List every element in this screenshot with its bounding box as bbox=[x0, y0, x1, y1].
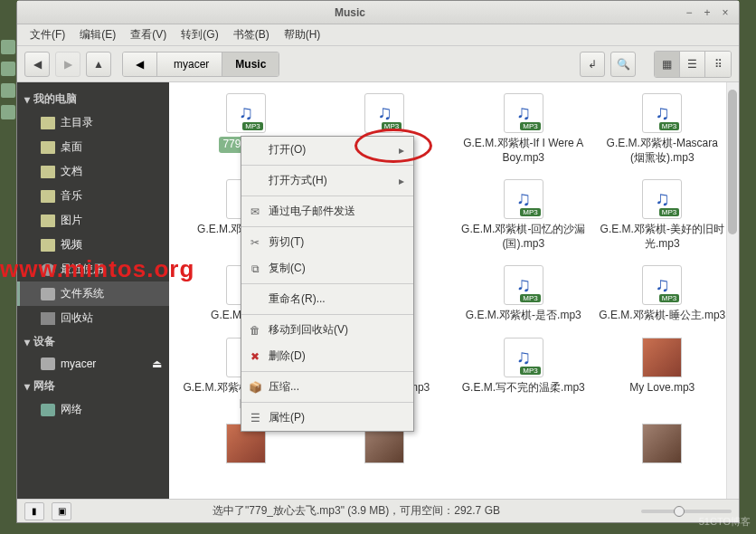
menu-item-icon: ☰ bbox=[249, 412, 261, 424]
menu-item-label: 属性(P) bbox=[269, 410, 305, 425]
sidebar-item-label: 回收站 bbox=[61, 310, 93, 326]
menu-view[interactable]: 查看(V) bbox=[125, 25, 172, 44]
search-button[interactable]: 🔍 bbox=[610, 52, 636, 77]
menu-edit[interactable]: 编辑(E) bbox=[74, 25, 121, 44]
sidebar-item[interactable]: 文件系统 bbox=[17, 281, 169, 306]
context-menu-item[interactable]: ✉通过电子邮件发送 bbox=[241, 198, 413, 224]
icon-view-button[interactable]: ▦ bbox=[655, 52, 680, 77]
sidebar-item-label: 音乐 bbox=[61, 188, 82, 204]
sidebar-item[interactable]: 音乐 bbox=[17, 184, 169, 208]
menu-file[interactable]: 文件(F) bbox=[24, 25, 71, 44]
sidebar-section-header[interactable]: ▾ 设备 bbox=[17, 330, 169, 353]
view-mode-group: ▦ ☰ ⠿ bbox=[654, 51, 732, 78]
maximize-button[interactable]: + bbox=[701, 6, 713, 19]
context-menu-item[interactable]: ✂剪切(T) bbox=[241, 229, 413, 255]
sidebar-item[interactable]: 网络 bbox=[17, 397, 169, 422]
menu-item-label: 通过电子邮件发送 bbox=[269, 204, 355, 219]
toolbar: ◀ ▶ ▲ ◀ myacer Music ↲ 🔍 ▦ ☰ ⠿ bbox=[17, 46, 739, 82]
close-button[interactable]: × bbox=[719, 6, 732, 19]
context-menu-item[interactable]: ☰属性(P) bbox=[241, 405, 413, 431]
context-menu-item[interactable]: 🗑移动到回收站(V) bbox=[241, 317, 413, 343]
sidebar-item[interactable]: 文档 bbox=[17, 159, 169, 184]
file-item[interactable]: ♫MP3G.E.M.邓紫棋-If I Were A Boy.mp3 bbox=[454, 90, 593, 168]
sidebar-item[interactable]: 视频 bbox=[17, 233, 169, 257]
file-item[interactable]: ♫MP3G.E.M.写不完的温柔.mp3 bbox=[454, 334, 593, 413]
menu-bookmarks[interactable]: 书签(B) bbox=[228, 25, 275, 44]
scrollbar[interactable] bbox=[726, 82, 739, 499]
sidebar-toggle-button[interactable]: ▮ bbox=[24, 502, 44, 520]
breadcrumb-myacer[interactable]: myacer bbox=[157, 52, 222, 76]
toggle-pathbar-button[interactable]: ↲ bbox=[580, 52, 605, 77]
file-item[interactable]: ♫MP3G.E.M.邓紫棋-是否.mp3 bbox=[454, 262, 593, 327]
sidebar-item[interactable]: 桌面 bbox=[17, 135, 169, 159]
context-menu: 打开(O)▸打开方式(H)▸✉通过电子邮件发送✂剪切(T)⧉复制(C)重命名(R… bbox=[241, 136, 414, 432]
file-item[interactable]: ♫MP3G.E.M.邓紫棋-Mascara (烟熏妆).mp3 bbox=[593, 90, 732, 168]
submenu-arrow-icon: ▸ bbox=[399, 144, 404, 157]
folder-icon bbox=[41, 239, 55, 252]
file-item[interactable]: ♫MP3G.E.M.邓紫棋-睡公主.mp3 bbox=[593, 262, 732, 327]
menu-item-icon: ⧉ bbox=[249, 262, 261, 275]
folder-icon bbox=[41, 288, 55, 300]
menu-item-label: 重命名(R)... bbox=[269, 291, 326, 307]
compact-view-button[interactable]: ⠿ bbox=[705, 52, 731, 77]
list-view-button[interactable]: ☰ bbox=[680, 52, 705, 77]
forward-button[interactable]: ▶ bbox=[55, 52, 80, 77]
sidebar-item-label: 文档 bbox=[61, 164, 82, 179]
file-name-label: G.E.M.邓紫棋-是否.mp3 bbox=[466, 309, 581, 323]
file-item[interactable] bbox=[454, 420, 593, 471]
mp3-icon: ♫MP3 bbox=[642, 179, 682, 219]
mp3-icon: ♫MP3 bbox=[504, 179, 543, 219]
submenu-arrow-icon: ▸ bbox=[399, 175, 404, 187]
folder-icon bbox=[41, 404, 55, 416]
context-menu-item[interactable]: ✖删除(D) bbox=[241, 343, 413, 369]
sidebar-item-label: 桌面 bbox=[61, 139, 82, 155]
zoom-knob[interactable] bbox=[674, 506, 685, 517]
file-name-label: G.E.M.邓紫棋-If I Were A Boy.mp3 bbox=[460, 137, 587, 165]
status-text: 选中了"779_放心去飞.mp3" (3.9 MB)，可用空间：292.7 GB bbox=[79, 503, 634, 519]
eject-icon[interactable]: ⏏ bbox=[152, 358, 162, 370]
statusbar: ▮ ▣ 选中了"779_放心去飞.mp3" (3.9 MB)，可用空间：292.… bbox=[17, 499, 739, 522]
sidebar-item[interactable]: 回收站 bbox=[17, 306, 169, 330]
menu-item-icon: ✉ bbox=[249, 205, 261, 218]
sidebar-section-header[interactable]: ▾ 网络 bbox=[17, 375, 169, 397]
file-name-label: G.E.M.邓紫棋-美好的旧时光.mp3 bbox=[599, 223, 725, 251]
sidebar-item[interactable]: 主目录 bbox=[17, 110, 169, 135]
file-name-label: G.E.M.写不完的温柔.mp3 bbox=[462, 381, 585, 396]
file-item[interactable]: ♫MP3G.E.M.邓紫棋-美好的旧时光.mp3 bbox=[593, 176, 732, 254]
file-item[interactable]: My Love.mp3 bbox=[593, 334, 732, 413]
menu-item-icon: 📦 bbox=[249, 381, 261, 394]
breadcrumb-root[interactable]: ◀ bbox=[123, 52, 157, 76]
file-item[interactable] bbox=[593, 420, 732, 471]
mp3-icon: ♫MP3 bbox=[226, 93, 266, 133]
mp3-icon: ♫MP3 bbox=[364, 93, 404, 133]
file-item[interactable]: ♫MP3G.E.M.邓紫棋-回忆的沙漏 (国).mp3 bbox=[454, 176, 593, 254]
menu-help[interactable]: 帮助(H) bbox=[279, 25, 326, 44]
menu-item-icon: ✂ bbox=[249, 236, 261, 249]
menu-goto[interactable]: 转到(G) bbox=[175, 25, 223, 44]
folder-icon bbox=[41, 190, 55, 203]
folder-icon bbox=[41, 166, 55, 178]
sidebar-item[interactable]: myacer⏏ bbox=[17, 353, 169, 375]
sidebar-item[interactable]: 图片 bbox=[17, 208, 169, 233]
breadcrumb-music[interactable]: Music bbox=[222, 52, 279, 76]
menu-item-label: 移动到回收站(V) bbox=[269, 322, 348, 338]
context-menu-item[interactable]: ⧉复制(C) bbox=[241, 255, 413, 281]
mp3-icon: ♫MP3 bbox=[504, 338, 543, 377]
context-menu-item[interactable]: 重命名(R)... bbox=[241, 286, 413, 312]
sidebar-item-label: 图片 bbox=[61, 213, 82, 228]
context-menu-item[interactable]: 打开(O)▸ bbox=[241, 137, 413, 163]
menu-item-label: 剪切(T) bbox=[269, 234, 304, 250]
sidebar-section-header[interactable]: ▾ 我的电脑 bbox=[17, 88, 169, 110]
back-button[interactable]: ◀ bbox=[24, 52, 50, 77]
context-menu-item[interactable]: 打开方式(H)▸ bbox=[241, 167, 413, 194]
titlebar[interactable]: Music − + × bbox=[17, 1, 739, 24]
up-button[interactable]: ▲ bbox=[86, 52, 111, 77]
context-menu-item[interactable]: 📦压缩... bbox=[241, 374, 413, 400]
menu-item-label: 打开(O) bbox=[269, 142, 306, 157]
minimize-button[interactable]: − bbox=[683, 6, 695, 19]
zoom-slider[interactable] bbox=[641, 510, 732, 513]
places-toggle-button[interactable]: ▣ bbox=[52, 502, 71, 520]
mp3-icon: ♫MP3 bbox=[642, 265, 682, 305]
scrollbar-thumb[interactable] bbox=[728, 90, 737, 234]
mp3-icon: ♫MP3 bbox=[504, 93, 543, 133]
